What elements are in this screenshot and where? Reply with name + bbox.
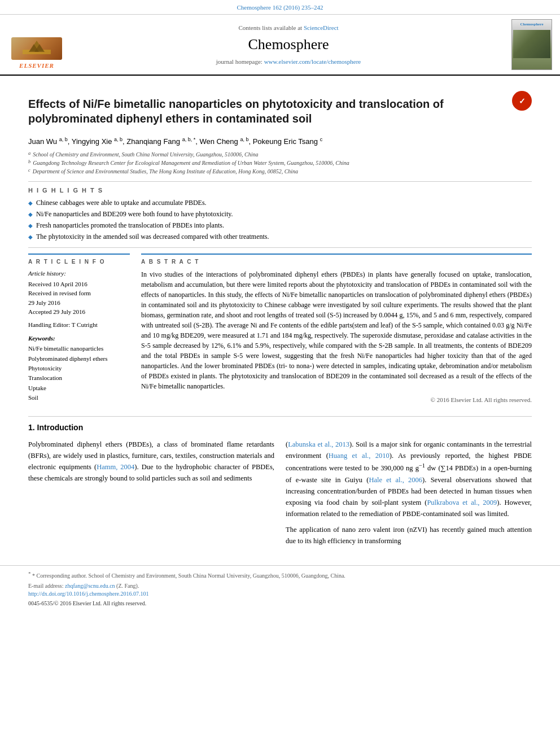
keyword-1: Ni/Fe bimetallic nanoparticles — [28, 344, 130, 353]
top-citation: Chemosphere 162 (2016) 235–242 — [0, 0, 560, 15]
history-label: Article history: — [28, 269, 130, 278]
sciencedirect-line: Contents lists available at ScienceDirec… — [238, 24, 338, 32]
keyword-6: Soil — [28, 394, 130, 402]
keyword-2: Polybrominated diphenyl ethers — [28, 355, 130, 363]
article-history: Article history: Received 10 April 2016 … — [28, 269, 130, 316]
introduction-section: 1. Introduction Polybrominated diphenyl … — [28, 416, 532, 551]
highlight-text-3: Fresh nanoparticles promoted the translo… — [36, 221, 224, 230]
affiliation-a: a School of Chemistry and Environment, S… — [28, 150, 532, 159]
elsevier-text: ELSEVIER — [19, 62, 54, 70]
abstract-column: A B S T R A C T In vivo studies of the i… — [141, 254, 532, 404]
keyword-3: Phytotoxicity — [28, 364, 130, 373]
intro-para1-text: Polybrominated diphenyl ethers (PBDEs), … — [28, 440, 274, 482]
homepage-label: journal homepage: — [216, 58, 262, 65]
hamm-ref[interactable]: Hamm, 2004 — [97, 463, 134, 471]
cover-title: Chemosphere — [520, 22, 543, 28]
crossmark[interactable]: ✓ — [512, 91, 532, 111]
journal-cover: Chemosphere — [509, 19, 554, 70]
cover-decoration — [513, 30, 550, 58]
email-link[interactable]: zhqfang@scnu.edu.cn — [65, 583, 115, 589]
page-wrapper: Chemosphere 162 (2016) 235–242 ELSEVIER … — [0, 0, 560, 612]
keywords-section: Keywords: Ni/Fe bimetallic nanoparticles… — [28, 334, 130, 403]
bullet-3: ◆ — [28, 222, 33, 230]
journal-citation: Chemosphere 162 (2016) 235–242 — [237, 4, 323, 11]
article-footer: * * Corresponding author. School of Chem… — [0, 565, 560, 612]
article-info-label: A R T I C L E I N F O — [28, 258, 130, 266]
article-content: Effects of Ni/Fe bimetallic nanoparticle… — [0, 76, 560, 556]
abstract-section: A B S T R A C T In vivo studies of the i… — [141, 254, 532, 404]
labunska-ref[interactable]: Labunska et al., 2013 — [288, 440, 349, 448]
intro-heading: Introduction — [37, 423, 84, 432]
intro-paragraph-3: The application of nano zero valent iron… — [286, 524, 532, 547]
intro-right-col: (Labunska et al., 2013). Soil is a major… — [286, 439, 532, 551]
abstract-text: In vivo studies of the interactions of p… — [141, 269, 532, 391]
highlight-item-2: ◆ Ni/Fe nanoparticles and BDE209 were bo… — [28, 209, 532, 219]
main-columns: A R T I C L E I N F O Article history: R… — [28, 254, 532, 404]
contents-label: Contents lists available at — [238, 24, 302, 31]
keyword-4: Translocation — [28, 374, 130, 382]
affiliation-b: b Guangdong Technology Research Center f… — [28, 159, 532, 167]
sciencedirect-link[interactable]: ScienceDirect — [304, 24, 339, 31]
authors-line: Juan Wu a, b, Yingying Xie a, b, Zhanqia… — [28, 136, 532, 147]
article-info-section: A R T I C L E I N F O Article history: R… — [28, 254, 130, 402]
revised-date: 29 July 2016 — [28, 299, 130, 307]
homepage-line: journal homepage: www.elsevier.com/locat… — [216, 58, 361, 66]
highlight-text-4: The phytotoxicity in the amended soil wa… — [36, 232, 269, 242]
bullet-2: ◆ — [28, 211, 33, 219]
journal-header: ELSEVIER Contents lists available at Sci… — [0, 15, 560, 76]
accepted-date: Accepted 29 July 2016 — [28, 308, 130, 316]
cover-image: Chemosphere — [511, 19, 552, 70]
huang-ref[interactable]: Huang et al., 2010 — [329, 452, 390, 460]
abstract-copyright: © 2016 Elsevier Ltd. All rights reserved… — [141, 396, 532, 404]
handling-editor: Handling Editor: T Cutright — [28, 321, 130, 329]
highlights-section: H I G H L I G H T S ◆ Chinese cabbages w… — [28, 181, 532, 248]
svg-text:✓: ✓ — [519, 97, 526, 106]
highlight-item-4: ◆ The phytotoxicity in the amended soil … — [28, 232, 532, 242]
affil-c-text: Department of Science and Environmental … — [33, 167, 298, 176]
article-title: Effects of Ni/Fe bimetallic nanoparticle… — [28, 97, 506, 126]
intro-number: 1. — [28, 423, 35, 432]
affiliation-c: c Department of Science and Environmenta… — [28, 167, 532, 176]
highlight-text-2: Ni/Fe nanoparticles and BDE209 were both… — [36, 209, 233, 219]
keywords-label: Keywords: — [28, 334, 130, 343]
bullet-4: ◆ — [28, 233, 33, 241]
journal-name-header: Chemosphere — [248, 34, 329, 55]
intro-paragraph-1: Polybrominated diphenyl ethers (PBDEs), … — [28, 439, 274, 484]
corresponding-text: * Corresponding author. School of Chemis… — [32, 573, 345, 579]
elsevier-logo: ELSEVIER — [6, 19, 68, 70]
highlight-item-1: ◆ Chinese cabbages were able to uptake a… — [28, 198, 532, 208]
affil-b-text: Guangdong Technology Research Center for… — [33, 159, 349, 167]
intro-paragraph-2: (Labunska et al., 2013). Soil is a major… — [286, 439, 532, 519]
email-person: (Z. Fang). — [116, 583, 139, 589]
intro-left-col: Polybrominated diphenyl ethers (PBDEs), … — [28, 439, 274, 551]
doi-line[interactable]: http://dx.doi.org/10.1016/j.chemosphere.… — [28, 590, 532, 598]
article-info-column: A R T I C L E I N F O Article history: R… — [28, 254, 130, 404]
elsevier-logo-image — [11, 37, 62, 60]
pulkrabova-ref[interactable]: Pulkrabova et al., 2009 — [427, 499, 497, 506]
homepage-link[interactable]: www.elsevier.com/locate/chemosphere — [264, 58, 361, 65]
highlights-label: H I G H L I G H T S — [28, 186, 532, 195]
bullet-1: ◆ — [28, 199, 33, 207]
email-footnote: E-mail address: zhqfang@scnu.edu.cn (Z. … — [28, 582, 532, 590]
hale-ref[interactable]: Hale et al., 2006 — [369, 476, 422, 484]
affil-a-text: School of Chemistry and Environment, Sou… — [33, 150, 258, 159]
intro-title: 1. Introduction — [28, 422, 532, 434]
corresponding-footnote: * * Corresponding author. School of Chem… — [28, 570, 532, 580]
highlight-item-3: ◆ Fresh nanoparticles promoted the trans… — [28, 221, 532, 230]
doi-link[interactable]: http://dx.doi.org/10.1016/j.chemosphere.… — [28, 591, 148, 597]
abstract-label: A B S T R A C T — [141, 258, 532, 266]
revised-label: Received in revised form — [28, 289, 130, 298]
crossmark-icon[interactable]: ✓ — [512, 91, 532, 111]
highlight-text-1: Chinese cabbages were able to uptake and… — [36, 198, 207, 208]
affiliations: a School of Chemistry and Environment, S… — [28, 150, 532, 176]
intro-columns: Polybrominated diphenyl ethers (PBDEs), … — [28, 439, 532, 551]
email-label: E-mail address: — [28, 583, 63, 589]
received-date: Received 10 April 2016 — [28, 280, 130, 289]
keyword-5: Uptake — [28, 384, 130, 392]
center-info: Contents lists available at ScienceDirec… — [73, 19, 504, 70]
footer-rights: 0045-6535/© 2016 Elsevier Ltd. All right… — [28, 600, 532, 608]
